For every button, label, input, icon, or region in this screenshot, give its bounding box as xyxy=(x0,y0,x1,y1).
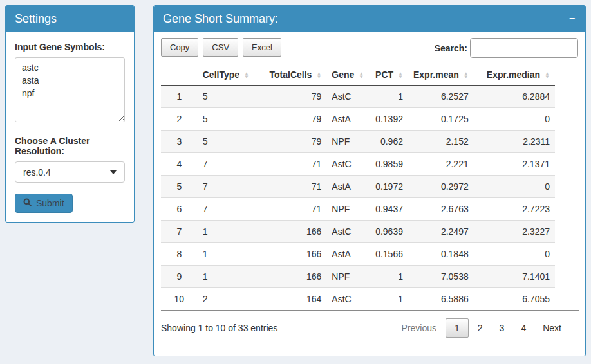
gene-summary-panel-header: Gene Short Summary: − xyxy=(154,6,585,32)
sort-arrows-icon: ▲▼ xyxy=(398,72,403,78)
gene-symbols-label: Input Gene Symbols: xyxy=(15,42,125,52)
search-input[interactable] xyxy=(470,38,578,58)
table-cell: 1 xyxy=(198,266,265,288)
search-label: Search: xyxy=(435,43,467,53)
submit-button-label: Submit xyxy=(36,198,64,208)
table-cell: 7 xyxy=(198,198,265,221)
excel-button[interactable]: Excel xyxy=(243,38,281,57)
table-cell: 79 xyxy=(265,131,327,153)
row-number-cell: 6 xyxy=(161,198,198,221)
table-row[interactable]: 71166AstC0.96392.24972.3227 xyxy=(161,221,555,243)
row-number-cell: 4 xyxy=(161,153,198,176)
column-header-totalcells[interactable]: TotalCells▲▼ xyxy=(265,66,327,86)
table-row[interactable]: 91166NPF17.05387.1401 xyxy=(161,266,555,288)
sort-arrows-icon: ▲▼ xyxy=(359,72,364,78)
sort-arrows-icon: ▲▼ xyxy=(316,72,321,78)
chevron-down-icon xyxy=(110,170,117,174)
export-button-group: CopyCSVExcel xyxy=(161,38,281,57)
search-icon xyxy=(23,198,32,208)
table-cell: AstC xyxy=(326,153,370,176)
pagination-page-2[interactable]: 2 xyxy=(470,318,491,338)
table-row[interactable]: 6771NPF0.94372.67632.7223 xyxy=(161,198,555,221)
table-cell: AstC xyxy=(326,221,370,243)
table-cell: 6.5886 xyxy=(408,288,474,311)
table-cell: 7 xyxy=(198,176,265,198)
pagination-page-4[interactable]: 4 xyxy=(513,318,534,338)
column-header-expr-mean[interactable]: Expr.mean▲▼ xyxy=(408,66,474,86)
table-row[interactable]: 5771AstA0.19720.29720 xyxy=(161,176,555,198)
column-header-label: Gene xyxy=(332,69,354,80)
table-row[interactable]: 3579NPF0.9622.1522.2311 xyxy=(161,131,555,153)
table-cell: 6.2884 xyxy=(474,86,555,108)
cluster-resolution-select[interactable]: res.0.4 xyxy=(15,161,125,183)
table-info: Showing 1 to 10 of 33 entries xyxy=(161,323,277,333)
column-header-expr-median[interactable]: Expr.median▲▼ xyxy=(474,66,555,86)
table-cell: 0 xyxy=(474,243,555,266)
collapse-minus-icon[interactable]: − xyxy=(568,14,576,24)
gene-summary-panel: Gene Short Summary: − CopyCSVExcel Searc… xyxy=(153,5,586,356)
table-cell: 2.3227 xyxy=(474,221,555,243)
table-cell: 2.7223 xyxy=(474,198,555,221)
table-footer: Showing 1 to 10 of 33 entries Previous12… xyxy=(161,318,578,338)
row-number-cell: 10 xyxy=(161,288,198,311)
table-cell: 164 xyxy=(265,288,327,311)
table-row[interactable]: 81166AstA0.15660.18480 xyxy=(161,243,555,266)
table-row[interactable]: 2579AstA0.13920.17250 xyxy=(161,108,555,131)
table-cell: 7.1401 xyxy=(474,266,555,288)
gene-summary-panel-title: Gene Short Summary: xyxy=(163,12,278,26)
table-container: CellType▲▼TotalCells▲▼Gene▲▼PCT▲▼Expr.me… xyxy=(161,66,579,311)
submit-button[interactable]: Submit xyxy=(15,194,73,213)
table-cell: 0.1392 xyxy=(370,108,408,131)
column-header-pct[interactable]: PCT▲▼ xyxy=(370,66,408,86)
row-number-cell: 9 xyxy=(161,266,198,288)
row-number-cell: 2 xyxy=(161,108,198,131)
settings-panel-body: Input Gene Symbols: astc asta npf Choose… xyxy=(6,32,134,222)
table-cell: 7 xyxy=(198,153,265,176)
copy-button[interactable]: Copy xyxy=(161,38,198,57)
table-cell: 2.221 xyxy=(408,153,474,176)
table-cell: 5 xyxy=(198,131,265,153)
table-cell: 0.9639 xyxy=(370,221,408,243)
table-cell: 0.9437 xyxy=(370,198,408,221)
table-cell: 0.9859 xyxy=(370,153,408,176)
table-cell: 0.2972 xyxy=(408,176,474,198)
column-header-label: PCT xyxy=(375,69,393,80)
table-row[interactable]: 4771AstC0.98592.2212.1371 xyxy=(161,153,555,176)
settings-panel-title: Settings xyxy=(15,12,57,26)
pagination-previous-button[interactable]: Previous xyxy=(394,318,444,338)
pagination-page-3[interactable]: 3 xyxy=(492,318,512,338)
table-cell: AstA xyxy=(326,176,370,198)
sort-arrows-icon: ▲▼ xyxy=(545,72,550,78)
pagination-page-1[interactable]: 1 xyxy=(446,318,469,338)
table-cell: 0.1566 xyxy=(370,243,408,266)
table-cell: 5 xyxy=(198,86,265,108)
table-cell: 79 xyxy=(265,86,327,108)
table-cell: 71 xyxy=(265,176,327,198)
settings-panel: Settings Input Gene Symbols: astc asta n… xyxy=(5,5,135,223)
column-header-label: Expr.median xyxy=(487,69,540,80)
table-row[interactable]: 1579AstC16.25276.2884 xyxy=(161,86,555,108)
gene-summary-table: CellType▲▼TotalCells▲▼Gene▲▼PCT▲▼Expr.me… xyxy=(161,66,555,310)
table-cell: 1 xyxy=(370,266,408,288)
row-number-cell: 3 xyxy=(161,131,198,153)
table-cell: 0.962 xyxy=(370,131,408,153)
table-cell: 5 xyxy=(198,108,265,131)
table-cell: 1 xyxy=(198,221,265,243)
table-header: CellType▲▼TotalCells▲▼Gene▲▼PCT▲▼Expr.me… xyxy=(161,66,555,86)
gene-symbols-textarea[interactable]: astc asta npf xyxy=(15,57,125,122)
column-header-gene[interactable]: Gene▲▼ xyxy=(326,66,370,86)
table-cell: 2.152 xyxy=(408,131,474,153)
pagination-next-button[interactable]: Next xyxy=(535,318,569,338)
table-cell: 6.2527 xyxy=(408,86,474,108)
table-cell: AstC xyxy=(326,86,370,108)
cluster-resolution-selected-value: res.0.4 xyxy=(23,167,51,177)
gene-summary-panel-body: CopyCSVExcel Search: CellType▲▼TotalCell… xyxy=(154,32,585,344)
table-cell: 0.1972 xyxy=(370,176,408,198)
row-number-cell: 5 xyxy=(161,176,198,198)
table-row[interactable]: 102164AstC16.58866.7055 xyxy=(161,288,555,311)
settings-panel-header: Settings xyxy=(6,6,134,32)
csv-button[interactable]: CSV xyxy=(203,38,238,57)
column-header-celltype[interactable]: CellType▲▼ xyxy=(198,66,265,86)
row-number-cell: 1 xyxy=(161,86,198,108)
table-cell: 0 xyxy=(474,108,555,131)
